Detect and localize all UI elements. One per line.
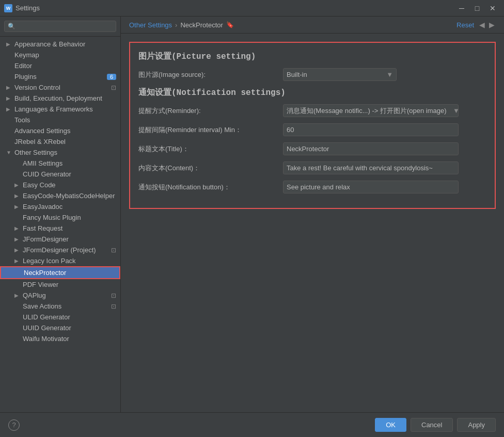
sidebar-item-plugins[interactable]: Plugins 6 bbox=[0, 71, 120, 82]
title-row: 标题文本(Title)： bbox=[138, 142, 486, 155]
bookmark-icon: 🔖 bbox=[226, 21, 234, 28]
image-source-label: 图片源(Image source): bbox=[138, 70, 283, 79]
sidebar-item-amii[interactable]: AMII Settings bbox=[0, 158, 120, 169]
search-input[interactable] bbox=[4, 21, 116, 32]
sidebar-item-qaplug[interactable]: ▶ QAPlug ⊡ bbox=[0, 290, 120, 301]
project-icon: ⊡ bbox=[111, 303, 116, 310]
ok-button[interactable]: OK bbox=[375, 418, 406, 432]
interval-control bbox=[283, 123, 486, 136]
expand-arrow: ▶ bbox=[14, 225, 21, 231]
reminder-select[interactable]: 消息通知(Message notific...) -> 打开图片(open im… bbox=[284, 105, 450, 117]
interval-input[interactable] bbox=[283, 123, 459, 136]
content-control bbox=[283, 161, 486, 174]
apply-button[interactable]: Apply bbox=[457, 418, 496, 432]
image-source-dropdown-wrapper: Built-in Custom ▼ bbox=[283, 68, 397, 81]
button-control bbox=[283, 181, 486, 193]
search-box bbox=[0, 17, 120, 37]
cancel-button[interactable]: Cancel bbox=[411, 418, 453, 432]
sidebar-item-jrebel[interactable]: JRebel & XRebel bbox=[0, 136, 120, 147]
expand-arrow: ▶ bbox=[6, 41, 12, 47]
interval-label: 提醒间隔(Reminder interval) Min： bbox=[138, 125, 283, 135]
title-input[interactable] bbox=[283, 142, 459, 155]
sidebar-item-fast-request[interactable]: ▶ Fast Request bbox=[0, 223, 120, 234]
expand-arrow: ▶ bbox=[6, 85, 12, 90]
sidebar-item-other-settings[interactable]: ▼ Other Settings bbox=[0, 147, 120, 158]
sidebar-item-version-control[interactable]: ▶ Version Control ⊡ bbox=[0, 82, 120, 93]
expand-arrow: ▶ bbox=[14, 204, 21, 209]
sidebar: ▶ Appearance & Behavior Keymap Editor Pl… bbox=[0, 17, 121, 412]
sidebar-item-keymap[interactable]: Keymap bbox=[0, 50, 120, 60]
content-row: 内容文本(Content)： bbox=[138, 161, 486, 174]
vcs-icon: ⊡ bbox=[111, 84, 116, 91]
nav-arrows: ◀ ▶ bbox=[478, 21, 496, 29]
settings-box: 图片设置(Picture setting) 图片源(Image source):… bbox=[129, 42, 496, 209]
sidebar-item-easycode-mybatis[interactable]: ▶ EasyCode-MybatisCodeHelper bbox=[0, 190, 120, 201]
breadcrumb-separator: › bbox=[175, 21, 177, 29]
bottom-left: ? bbox=[8, 419, 20, 431]
expand-arrow: ▶ bbox=[14, 182, 21, 188]
sidebar-item-waifu[interactable]: Waifu Motivator bbox=[0, 333, 120, 344]
sidebar-item-tools[interactable]: Tools bbox=[0, 115, 120, 125]
content-input[interactable] bbox=[283, 161, 459, 174]
sidebar-item-uuid[interactable]: UUID Generator bbox=[0, 322, 120, 333]
dropdown-arrow-icon: ▼ bbox=[450, 107, 463, 115]
picture-section-title: 图片设置(Picture setting) bbox=[138, 51, 486, 62]
window-controls: ─ □ ✕ bbox=[454, 3, 500, 13]
maximize-button[interactable]: □ bbox=[470, 3, 484, 13]
expand-arrow: ▶ bbox=[14, 258, 21, 264]
sidebar-item-fancy-music[interactable]: Fancy Music Plugin bbox=[0, 212, 120, 223]
sidebar-item-jform-designer[interactable]: ▶ JFormDesigner bbox=[0, 234, 120, 245]
window-title: Settings bbox=[15, 4, 454, 12]
expand-arrow: ▶ bbox=[6, 95, 12, 101]
notification-section-title: 通知设置(Notification settings) bbox=[138, 87, 486, 98]
sidebar-item-neck-protector[interactable]: NeckProtector bbox=[0, 266, 120, 279]
button-row: 通知按钮(Notification button)： bbox=[138, 181, 486, 193]
sidebar-item-jform-designer-project[interactable]: ▶ JFormDesigner (Project) ⊡ bbox=[0, 245, 120, 255]
breadcrumb-current: NeckProtector bbox=[180, 21, 223, 29]
image-source-select[interactable]: Built-in Custom bbox=[284, 69, 383, 80]
sidebar-item-build[interactable]: ▶ Build, Execution, Deployment bbox=[0, 93, 120, 104]
main-content: ▶ Appearance & Behavior Keymap Editor Pl… bbox=[0, 17, 504, 412]
expand-arrow: ▶ bbox=[14, 247, 21, 253]
breadcrumb-bar: Other Settings › NeckProtector 🔖 Reset ◀… bbox=[121, 17, 504, 34]
sidebar-item-easy-code[interactable]: ▶ Easy Code bbox=[0, 180, 120, 190]
sidebar-item-save-actions[interactable]: Save Actions ⊡ bbox=[0, 301, 120, 312]
sidebar-item-advanced[interactable]: Advanced Settings bbox=[0, 125, 120, 136]
sidebar-item-editor[interactable]: Editor bbox=[0, 60, 120, 71]
close-button[interactable]: ✕ bbox=[485, 3, 500, 13]
reminder-label: 提醒方式(Reminder): bbox=[138, 106, 283, 116]
sidebar-item-legacy-icon[interactable]: ▶ Legacy Icon Pack bbox=[0, 255, 120, 266]
dropdown-arrow-icon: ▼ bbox=[383, 71, 396, 78]
expand-arrow: ▼ bbox=[6, 150, 12, 155]
forward-button[interactable]: ▶ bbox=[488, 21, 496, 29]
reminder-dropdown-wrapper: 消息通知(Message notific...) -> 打开图片(open im… bbox=[283, 104, 459, 117]
settings-content: 图片设置(Picture setting) 图片源(Image source):… bbox=[121, 34, 504, 412]
notification-button-input[interactable] bbox=[283, 181, 459, 193]
sidebar-item-pdf-viewer[interactable]: PDF Viewer bbox=[0, 279, 120, 290]
back-button[interactable]: ◀ bbox=[478, 21, 486, 29]
sidebar-list: ▶ Appearance & Behavior Keymap Editor Pl… bbox=[0, 37, 120, 412]
title-label: 标题文本(Title)： bbox=[138, 144, 283, 154]
sidebar-item-languages[interactable]: ▶ Languages & Frameworks bbox=[0, 104, 120, 115]
bottom-bar: ? OK Cancel Apply bbox=[0, 412, 504, 437]
expand-arrow: ▶ bbox=[14, 236, 21, 242]
reminder-control: 消息通知(Message notific...) -> 打开图片(open im… bbox=[283, 104, 486, 117]
image-source-control: Built-in Custom ▼ bbox=[283, 68, 486, 81]
bottom-right: OK Cancel Apply bbox=[375, 418, 496, 432]
reminder-row: 提醒方式(Reminder): 消息通知(Message notific...)… bbox=[138, 104, 486, 117]
app-icon: W bbox=[4, 4, 12, 12]
expand-arrow: ▶ bbox=[6, 106, 12, 112]
reset-link[interactable]: Reset bbox=[456, 21, 474, 29]
breadcrumb-parent[interactable]: Other Settings bbox=[129, 21, 172, 29]
plugins-badge: 6 bbox=[107, 74, 116, 80]
sidebar-item-appearance[interactable]: ▶ Appearance & Behavior bbox=[0, 39, 120, 50]
minimize-button[interactable]: ─ bbox=[454, 3, 469, 13]
expand-arrow: ▶ bbox=[14, 193, 21, 199]
sidebar-item-easyjavadoc[interactable]: ▶ EasyJavadoc bbox=[0, 201, 120, 212]
sidebar-item-cuid[interactable]: CUID Generator bbox=[0, 169, 120, 180]
project-icon: ⊡ bbox=[111, 292, 116, 299]
sidebar-item-ulid[interactable]: ULID Generator bbox=[0, 312, 120, 322]
image-source-row: 图片源(Image source): Built-in Custom ▼ bbox=[138, 68, 486, 81]
main-panel: Other Settings › NeckProtector 🔖 Reset ◀… bbox=[121, 17, 504, 412]
help-button[interactable]: ? bbox=[8, 419, 20, 431]
